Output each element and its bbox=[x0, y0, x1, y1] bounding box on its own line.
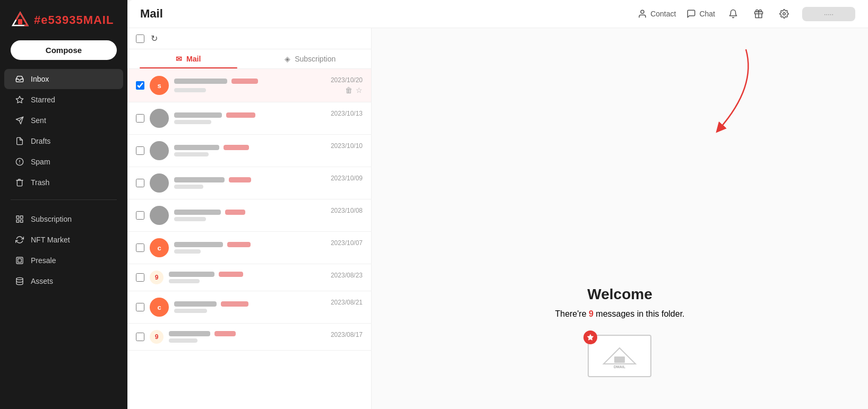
mail-item-date: 2023/08/21 bbox=[331, 299, 363, 306]
nav-divider bbox=[11, 199, 117, 200]
sidebar-item-presale[interactable]: Presale bbox=[4, 250, 123, 271]
mail-tabs: ✉ Mail ◈ Subscription bbox=[127, 49, 371, 69]
envelope-logo: DMAIL bbox=[598, 343, 641, 369]
chat-button[interactable]: Chat bbox=[686, 9, 715, 19]
sidebar-item-nft-market[interactable]: NFT Market bbox=[4, 230, 123, 250]
tag-bar bbox=[214, 331, 236, 336]
tag-bar bbox=[226, 112, 255, 118]
header: Mail Contact Chat ····· bbox=[127, 0, 868, 28]
sidebar-item-starred[interactable]: Starred bbox=[4, 90, 123, 110]
tag-bar bbox=[221, 301, 248, 307]
mail-item-body bbox=[169, 272, 325, 283]
tab-mail[interactable]: ✉ Mail bbox=[127, 49, 250, 68]
mail-item-date: 2023/10/09 bbox=[331, 175, 363, 182]
mail-item-date: 2023/08/17 bbox=[331, 331, 363, 338]
compose-button[interactable]: Compose bbox=[11, 40, 117, 60]
sender-bar bbox=[174, 79, 227, 84]
sender-bar bbox=[174, 112, 222, 118]
mail-item-checkbox[interactable] bbox=[136, 114, 144, 123]
sidebar-item-spam[interactable]: Spam bbox=[4, 152, 123, 172]
sidebar-item-sent-label: Sent bbox=[31, 116, 46, 125]
mail-item[interactable]: 2023/10/08 bbox=[127, 199, 371, 232]
sidebar-item-drafts[interactable]: Drafts bbox=[4, 131, 123, 151]
mail-item-date: 2023/10/13 bbox=[331, 110, 363, 117]
mail-item-checkbox[interactable] bbox=[136, 303, 144, 311]
mail-item-checkbox[interactable] bbox=[136, 243, 144, 252]
mail-item[interactable]: s 2023/10/20 🗑 ☆ bbox=[127, 69, 371, 102]
dmail-logo-icon bbox=[11, 11, 30, 30]
mail-item-checkbox[interactable] bbox=[136, 179, 144, 187]
user-avatar-button[interactable]: ····· bbox=[802, 7, 855, 21]
mail-item-checkbox[interactable] bbox=[136, 146, 144, 155]
avatar bbox=[150, 173, 169, 193]
sidebar-item-trash-label: Trash bbox=[31, 178, 49, 187]
chat-icon bbox=[686, 9, 696, 19]
star-action-icon[interactable]: ☆ bbox=[356, 86, 363, 94]
welcome-subtitle-prefix: There're bbox=[555, 309, 589, 318]
sidebar-item-subscription[interactable]: Subscription bbox=[4, 209, 123, 229]
welcome-subtitle: There're 9 messages in this folder. bbox=[555, 309, 684, 319]
sidebar-item-inbox-label: Inbox bbox=[31, 75, 49, 83]
subject-bar bbox=[169, 338, 197, 343]
mail-item-checkbox[interactable] bbox=[136, 211, 144, 220]
mail-item[interactable]: c 2023/08/21 bbox=[127, 291, 371, 324]
tag-bar bbox=[229, 177, 251, 182]
presale-icon bbox=[15, 256, 24, 265]
svg-rect-10 bbox=[20, 216, 23, 219]
tab-subscription-label: Subscription bbox=[295, 55, 336, 63]
sender-bar bbox=[174, 145, 219, 150]
mail-item-actions: 🗑 ☆ bbox=[345, 86, 363, 94]
spam-icon bbox=[15, 157, 24, 167]
mail-item[interactable]: c 2023/10/07 bbox=[127, 232, 371, 264]
tab-mail-label: Mail bbox=[186, 55, 201, 63]
tab-subscription[interactable]: ◈ Subscription bbox=[250, 49, 372, 68]
sidebar-item-spam-label: Spam bbox=[31, 158, 50, 166]
sidebar-item-inbox[interactable]: Inbox bbox=[4, 69, 123, 89]
avatar: c bbox=[150, 298, 169, 317]
mail-item[interactable]: 2023/10/13 bbox=[127, 102, 371, 135]
mail-item-body bbox=[174, 242, 325, 254]
inbox-icon bbox=[15, 74, 24, 84]
subscription-tab-icon: ◈ bbox=[285, 55, 290, 63]
gift-button[interactable] bbox=[751, 6, 766, 21]
main-nav: Inbox Starred Sent Drafts Spam bbox=[0, 68, 127, 193]
bell-icon bbox=[728, 9, 738, 19]
svg-marker-3 bbox=[16, 96, 23, 103]
extra-nav: Subscription NFT Market Presale Assets bbox=[0, 208, 127, 292]
mail-item[interactable]: 2023/10/09 bbox=[127, 167, 371, 199]
trash-icon bbox=[15, 178, 24, 187]
mail-items-list: s 2023/10/20 🗑 ☆ bbox=[127, 69, 371, 409]
sidebar-item-sent[interactable]: Sent bbox=[4, 110, 123, 130]
contact-icon bbox=[638, 9, 647, 19]
mail-item-checkbox[interactable] bbox=[136, 81, 144, 90]
subject-bar bbox=[174, 309, 207, 313]
settings-button[interactable] bbox=[777, 6, 792, 21]
mail-item-checkbox[interactable] bbox=[136, 273, 144, 282]
envelope-badge bbox=[583, 330, 597, 344]
mail-item[interactable]: 9 2023/08/17 bbox=[127, 324, 371, 351]
header-actions: Contact Chat ····· bbox=[638, 6, 855, 21]
subject-bar bbox=[169, 279, 200, 283]
preview-panel: Welcome There're 9 messages in this fold… bbox=[372, 28, 868, 409]
delete-icon[interactable]: 🗑 bbox=[345, 86, 353, 94]
select-all-checkbox[interactable] bbox=[136, 34, 144, 43]
avatar bbox=[150, 109, 169, 128]
sidebar-item-trash[interactable]: Trash bbox=[4, 172, 123, 193]
tag-bar bbox=[219, 272, 243, 277]
mail-item[interactable]: 2023/10/10 bbox=[127, 135, 371, 167]
contact-button[interactable]: Contact bbox=[638, 9, 676, 19]
subscription-icon bbox=[15, 214, 24, 224]
refresh-button[interactable]: ↻ bbox=[151, 33, 158, 43]
star-icon bbox=[15, 95, 24, 105]
page-title: Mail bbox=[140, 7, 163, 21]
user-avatar-text: ····· bbox=[824, 10, 833, 18]
mail-item-checkbox[interactable] bbox=[136, 333, 144, 341]
chat-label: Chat bbox=[699, 10, 715, 18]
svg-rect-13 bbox=[16, 257, 23, 264]
sidebar-item-assets[interactable]: Assets bbox=[4, 271, 123, 291]
mail-item[interactable]: 9 2023/08/23 bbox=[127, 264, 371, 291]
notification-button[interactable] bbox=[726, 6, 741, 21]
annotation-arrow bbox=[698, 44, 762, 140]
svg-rect-12 bbox=[16, 220, 19, 222]
welcome-subtitle-suffix: messages in this folder. bbox=[594, 309, 685, 318]
